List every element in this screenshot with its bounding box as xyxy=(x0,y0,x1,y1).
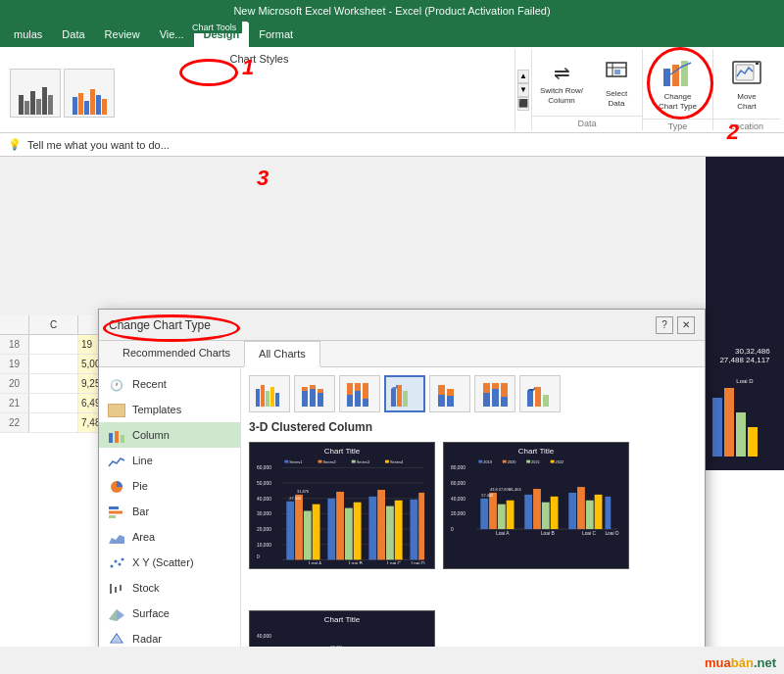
preview-chart-2[interactable]: Chart Title 80,000 60,000 40,000 20,000 … xyxy=(443,442,629,569)
tab-all-charts[interactable]: All Charts xyxy=(244,341,320,367)
svg-point-27 xyxy=(119,563,122,566)
svg-rect-89 xyxy=(535,387,541,407)
column-label: Column xyxy=(132,429,170,441)
switch-row-column-button[interactable]: ⇌ Switch Row/Column xyxy=(532,51,591,116)
svg-rect-90 xyxy=(543,395,549,407)
chart-type-templates[interactable]: Templates xyxy=(99,397,240,422)
type-group-label: Type xyxy=(643,119,712,131)
svg-rect-56 xyxy=(256,389,260,407)
tab-format[interactable]: Format xyxy=(249,22,303,47)
svg-text:31,876: 31,876 xyxy=(297,489,309,494)
svg-rect-143 xyxy=(498,505,506,529)
column-icon xyxy=(107,427,126,443)
svg-rect-83 xyxy=(483,383,490,393)
move-chart-button[interactable]: MoveChart xyxy=(721,55,772,115)
svg-text:60,000: 60,000 xyxy=(451,481,466,486)
chart-type-column[interactable]: Column xyxy=(99,422,240,448)
change-chart-type-button[interactable]: ChangeChart Type xyxy=(651,55,705,115)
svg-rect-23 xyxy=(109,515,116,518)
surface-icon xyxy=(107,605,126,621)
chart-type-bar[interactable]: Bar xyxy=(99,499,240,524)
lightbulb-icon: 💡 xyxy=(8,138,22,151)
svg-rect-11 xyxy=(724,388,734,457)
chart-type-radar[interactable]: Radar xyxy=(99,626,240,647)
dialog-body: 🕐 Recent Templates xyxy=(99,367,705,647)
tab-data[interactable]: Data xyxy=(52,22,94,47)
dialog-close-button[interactable]: ✕ xyxy=(677,316,695,334)
chart-type-stock[interactable]: Stock xyxy=(99,575,240,601)
svg-rect-164 xyxy=(503,460,507,463)
chart-type-scatter[interactable]: X Y (Scatter) xyxy=(99,550,240,575)
chart-type-area[interactable]: Area xyxy=(99,524,240,550)
svg-text:80,000: 80,000 xyxy=(451,465,466,470)
row-num-header xyxy=(0,315,29,334)
chart-style-items xyxy=(10,69,115,118)
chart-type-recent[interactable]: 🕐 Recent xyxy=(99,371,240,397)
preview-chart-2-title: Chart Title xyxy=(450,447,622,456)
watermark: muabán.net xyxy=(705,655,776,670)
chart-preview-right: 30,32,486 27,488 24,117 Loai D xyxy=(706,157,784,470)
svg-rect-12 xyxy=(736,412,746,457)
svg-rect-149 xyxy=(568,493,576,529)
svg-rect-81 xyxy=(447,389,454,396)
svg-rect-141 xyxy=(480,499,488,529)
subtype-2d-clustered[interactable] xyxy=(249,375,290,412)
pie-icon xyxy=(107,478,126,494)
svg-rect-62 xyxy=(302,387,308,391)
svg-rect-73 xyxy=(391,389,396,407)
subtype-3d-100[interactable] xyxy=(474,375,515,412)
svg-rect-111 xyxy=(327,499,335,560)
svg-rect-63 xyxy=(310,389,316,407)
templates-icon xyxy=(107,402,126,417)
chart-style-1[interactable] xyxy=(10,69,61,118)
svg-point-25 xyxy=(111,565,114,568)
change-chart-type-label: ChangeChart Type xyxy=(659,92,697,111)
chart-styles-label: Chart Styles xyxy=(10,51,509,69)
svg-text:27,440: 27,440 xyxy=(289,496,302,501)
style-scroll-down[interactable]: ▼ xyxy=(517,83,529,97)
chart-type-pie[interactable]: Pie xyxy=(99,473,240,499)
svg-rect-117 xyxy=(386,506,394,560)
select-data-button[interactable]: SelectData xyxy=(591,51,642,116)
preview-chart-3[interactable]: Chart Title 40,000 35,000 30,000 25,000 … xyxy=(249,610,435,647)
svg-rect-113 xyxy=(345,508,353,560)
svg-rect-116 xyxy=(377,490,385,559)
chart-style-2[interactable] xyxy=(64,69,115,118)
subtype-3d-clustered[interactable] xyxy=(384,375,425,412)
dialog-help-button[interactable]: ? xyxy=(656,316,673,334)
svg-text:Loai B: Loai B xyxy=(541,531,555,536)
tab-recommended-charts[interactable]: Recommended Charts xyxy=(109,341,244,366)
ribbon-right-buttons: ⇌ Switch Row/Column SelectData D xyxy=(531,49,780,130)
preview-chart-1[interactable]: Chart Title 60,000 50,000 40,000 30,000 … xyxy=(249,442,435,569)
svg-rect-60 xyxy=(275,393,279,407)
radar-icon xyxy=(107,631,126,647)
chart-type-list: 🕐 Recent Templates xyxy=(99,367,241,647)
main-area: C D E F G H I N 18 19 2020 19 5,000 26,4… xyxy=(0,157,784,647)
svg-text:2020: 2020 xyxy=(508,459,517,464)
style-scroll-expand[interactable]: ⬛ xyxy=(517,97,529,111)
subtype-2d-stacked[interactable] xyxy=(294,375,335,412)
radar-label: Radar xyxy=(132,633,162,645)
subtype-2d-100-stacked[interactable] xyxy=(339,375,380,412)
svg-rect-144 xyxy=(507,501,514,529)
style-scroll-up[interactable]: ▲ xyxy=(517,70,529,83)
svg-rect-119 xyxy=(410,500,417,560)
svg-text:Series1: Series1 xyxy=(289,459,302,464)
tab-mulas[interactable]: mulas xyxy=(4,22,52,47)
formula-bar-text[interactable]: Tell me what you want to do... xyxy=(27,139,170,151)
stock-icon xyxy=(107,580,126,596)
chart-type-surface[interactable]: Surface xyxy=(99,601,240,626)
chart-type-line[interactable]: Line xyxy=(99,448,240,473)
svg-rect-142 xyxy=(489,493,497,529)
subtype-3d-column[interactable] xyxy=(519,375,561,412)
move-chart-label: MoveChart xyxy=(737,92,757,111)
svg-rect-10 xyxy=(712,398,722,457)
svg-rect-115 xyxy=(368,497,376,560)
svg-rect-112 xyxy=(336,492,344,559)
tab-review[interactable]: Review xyxy=(95,22,150,47)
svg-text:2021: 2021 xyxy=(531,459,540,464)
surface-label: Surface xyxy=(132,607,170,619)
recent-label: Recent xyxy=(132,378,167,390)
title-text: New Microsoft Excel Worksheet - Excel (P… xyxy=(233,5,550,17)
subtype-3d-stacked[interactable] xyxy=(429,375,470,412)
